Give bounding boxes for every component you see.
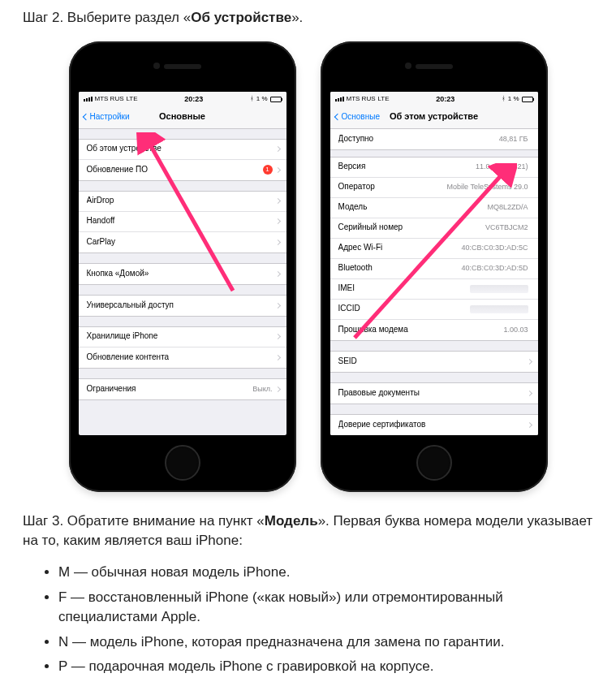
row-value: 40:CB:C0:3D:AD:5C bbox=[461, 243, 528, 253]
row-value: VC6TBJCM2 bbox=[485, 222, 528, 233]
row-accessibility[interactable]: Универсальный доступ bbox=[79, 296, 286, 316]
badge: 1 bbox=[263, 165, 273, 175]
step2-suffix: ». bbox=[291, 10, 303, 25]
row-value: 1.00.03 bbox=[503, 325, 528, 335]
status-network: LTE bbox=[127, 94, 138, 104]
group-airdrop: AirDrop Handoff CarPlay bbox=[79, 191, 286, 253]
home-button[interactable] bbox=[416, 445, 452, 481]
nav-bar: Основные Об этом устройстве bbox=[330, 106, 538, 129]
row-label: IMEI bbox=[338, 283, 470, 295]
chevron-right-icon bbox=[526, 422, 532, 428]
row-version: Версия 11.0.2 (15A421) bbox=[330, 158, 538, 178]
row-label: Доверие сертификатов bbox=[338, 419, 528, 431]
back-label: Настройки bbox=[90, 111, 130, 123]
row-cert-trust[interactable]: Доверие сертификатов bbox=[330, 415, 538, 435]
chevron-right-icon bbox=[274, 167, 280, 173]
chevron-right-icon bbox=[274, 355, 280, 360]
group-legal: Правовые документы bbox=[330, 382, 538, 404]
status-carrier: MTS RUS bbox=[347, 94, 376, 104]
row-label: Адрес Wi-Fi bbox=[338, 242, 462, 254]
model-prefix-legend: M — обычная новая модель iPhone. F — вос… bbox=[23, 563, 593, 677]
settings-list: Об этом устройстве Обновление ПО 1 AirDr… bbox=[79, 139, 286, 400]
row-airdrop[interactable]: AirDrop bbox=[79, 192, 286, 212]
screen-right: MTS RUS LTE 20:23 ᚼ 1 % Основные Об этом… bbox=[330, 92, 538, 435]
chevron-right-icon bbox=[274, 334, 280, 339]
row-value: 40:CB:C0:3D:AD:5D bbox=[461, 263, 528, 274]
back-label: Основные bbox=[342, 111, 380, 123]
row-seid[interactable]: SEID bbox=[330, 352, 538, 372]
row-label: Хранилище iPhone bbox=[87, 330, 276, 343]
row-imei: IMEI bbox=[330, 279, 538, 300]
group-storage: Хранилище iPhone Обновление контента bbox=[79, 326, 286, 369]
row-handoff[interactable]: Handoff bbox=[79, 212, 286, 232]
chevron-right-icon bbox=[274, 303, 280, 309]
row-label: Bluetooth bbox=[338, 262, 462, 274]
back-button[interactable]: Настройки bbox=[84, 111, 130, 123]
row-iccid: ICCID bbox=[330, 300, 538, 320]
row-label: Ограничения bbox=[87, 383, 253, 395]
status-bar: MTS RUS LTE 20:23 ᚼ 1 % bbox=[330, 92, 538, 106]
chevron-right-icon bbox=[274, 146, 280, 152]
chevron-right-icon bbox=[274, 240, 280, 245]
chevron-right-icon bbox=[526, 391, 532, 396]
group-device-info: Версия 11.0.2 (15A421) Оператор Mobile T… bbox=[330, 157, 538, 341]
row-carplay[interactable]: CarPlay bbox=[79, 232, 286, 253]
signal-icon bbox=[84, 97, 93, 101]
group-accessibility: Универсальный доступ bbox=[79, 295, 286, 317]
row-about-device[interactable]: Об этом устройстве bbox=[79, 140, 286, 160]
chevron-left-icon bbox=[334, 114, 340, 120]
row-value: Выкл. bbox=[252, 384, 272, 395]
row-label: Прошивка модема bbox=[338, 324, 504, 336]
row-label: Доступно bbox=[338, 133, 499, 145]
row-label: Кнопка «Домой» bbox=[87, 268, 276, 280]
legend-item-p: P — подарочная модель iPhone с гравировк… bbox=[58, 657, 593, 677]
row-home-button[interactable]: Кнопка «Домой» bbox=[79, 264, 286, 284]
chevron-right-icon bbox=[274, 198, 280, 204]
group-about: Об этом устройстве Обновление ПО 1 bbox=[79, 139, 286, 181]
row-legal[interactable]: Правовые документы bbox=[330, 383, 538, 404]
step3-bold: Модель bbox=[265, 513, 318, 529]
bluetooth-icon: ᚼ bbox=[250, 94, 254, 104]
row-value: 48,81 ГБ bbox=[499, 134, 528, 145]
row-label: AirDrop bbox=[87, 195, 276, 207]
status-carrier: MTS RUS bbox=[95, 94, 124, 104]
phone-right: MTS RUS LTE 20:23 ᚼ 1 % Основные Об этом… bbox=[321, 41, 548, 492]
row-carrier: Оператор Mobile TeleSystems 29.0 bbox=[330, 178, 538, 198]
status-network: LTE bbox=[378, 94, 390, 104]
step3-text: Шаг 3. Обратите внимание на пункт «Модел… bbox=[23, 512, 593, 551]
step2-text: Шаг 2. Выберите раздел «Об устройстве». bbox=[23, 8, 593, 28]
group-cert-trust: Доверие сертификатов bbox=[330, 414, 538, 435]
row-label: CarPlay bbox=[87, 236, 276, 248]
status-battery: 1 % bbox=[508, 94, 519, 104]
chevron-left-icon bbox=[82, 114, 88, 120]
row-background-refresh[interactable]: Обновление контента bbox=[79, 347, 286, 368]
chevron-right-icon bbox=[526, 359, 532, 365]
redacted-value bbox=[470, 305, 528, 313]
about-list: Доступно 48,81 ГБ Версия 11.0.2 (15A421)… bbox=[330, 129, 538, 435]
screen-left: MTS RUS LTE 20:23 ᚼ 1 % Настройки Основн… bbox=[79, 92, 286, 435]
step3-prefix: Шаг 3. Обратите внимание на пункт « bbox=[23, 513, 265, 529]
home-button[interactable] bbox=[165, 445, 200, 481]
row-wifi: Адрес Wi-Fi 40:CB:C0:3D:AD:5C bbox=[330, 239, 538, 259]
status-time: 20:23 bbox=[436, 94, 454, 105]
back-button[interactable]: Основные bbox=[335, 111, 380, 123]
step2-bold: Об устройстве bbox=[191, 10, 291, 25]
status-battery: 1 % bbox=[256, 94, 268, 104]
row-restrictions[interactable]: Ограничения Выкл. bbox=[79, 379, 286, 399]
row-label: ICCID bbox=[338, 303, 470, 315]
redacted-value bbox=[470, 285, 528, 293]
row-label: Серийный номер bbox=[338, 222, 485, 234]
row-label: Правовые документы bbox=[338, 387, 528, 399]
row-software-update[interactable]: Обновление ПО 1 bbox=[79, 160, 286, 180]
row-storage[interactable]: Хранилище iPhone bbox=[79, 327, 286, 347]
row-label: Обновление контента bbox=[87, 352, 276, 364]
row-value: Mobile TeleSystems 29.0 bbox=[447, 182, 528, 192]
battery-icon bbox=[522, 97, 533, 102]
row-available: Доступно 48,81 ГБ bbox=[330, 129, 538, 149]
row-bluetooth: Bluetooth 40:CB:C0:3D:AD:5D bbox=[330, 259, 538, 279]
row-model: Модель MQ8L2ZD/A bbox=[330, 198, 538, 218]
group-seid: SEID bbox=[330, 351, 538, 373]
phones-row: MTS RUS LTE 20:23 ᚼ 1 % Настройки Основн… bbox=[23, 41, 593, 492]
row-label: Handoff bbox=[87, 215, 276, 227]
nav-bar: Настройки Основные bbox=[79, 106, 286, 129]
